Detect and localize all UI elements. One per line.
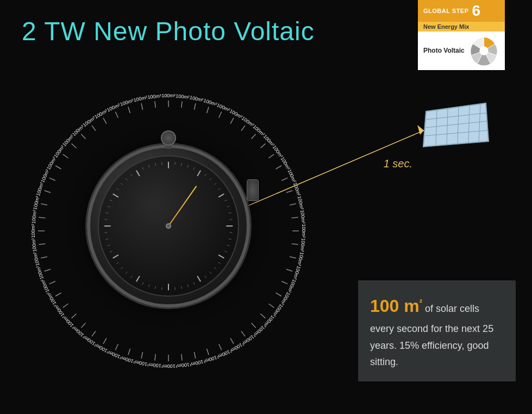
svg-text:100m²: 100m² [241,334,255,347]
svg-line-156 [230,233,233,233]
svg-text:100m²: 100m² [93,342,108,354]
svg-line-179 [116,262,118,264]
svg-text:100m²: 100m² [292,181,302,196]
svg-text:100m²: 100m² [119,355,134,364]
badge-number: 6 [472,3,481,18]
svg-line-119 [49,178,55,180]
info-box: 100 m² of solar cells every second for t… [358,280,516,381]
svg-line-148 [214,183,216,185]
svg-line-101 [55,293,61,296]
svg-line-59 [281,281,287,284]
svg-line-127 [81,134,85,139]
svg-line-151 [224,200,227,201]
svg-line-91 [103,338,107,343]
svg-line-137 [141,103,142,110]
svg-line-73 [219,344,222,350]
svg-line-152 [227,206,230,207]
watch-face [98,155,239,297]
svg-line-165 [197,276,201,281]
svg-line-105 [45,269,51,271]
side-button [247,179,259,201]
svg-line-160 [218,255,224,258]
svg-line-181 [110,251,112,252]
svg-line-79 [181,354,182,361]
badge-label: Photo Voltaic [423,47,465,55]
svg-line-161 [218,262,221,264]
svg-line-150 [218,194,224,197]
svg-text:100m²: 100m² [229,342,243,354]
svg-line-182 [108,245,110,246]
svg-line-176 [131,276,133,278]
svg-text:100m²: 100m² [297,196,305,210]
svg-text:100m²: 100m² [30,210,37,224]
svg-text:100m²: 100m² [30,238,37,252]
svg-line-173 [148,285,149,287]
svg-line-164 [205,276,206,278]
svg-text:100m²: 100m² [203,98,217,107]
svg-text:100m²: 100m² [216,102,230,113]
svg-line-75 [206,349,209,355]
svg-line-199 [162,162,162,165]
badge-subtitle: New Energy Mix [418,22,505,32]
svg-line-29 [219,112,222,118]
svg-text:100m²: 100m² [106,349,121,360]
svg-line-37 [260,143,265,148]
svg-line-27 [206,107,209,113]
svg-text:100m²: 100m² [299,210,306,224]
svg-line-198 [155,163,155,166]
svg-text:100m²: 100m² [106,102,121,113]
svg-text:100m²: 100m² [176,93,190,100]
svg-line-168 [181,286,182,289]
svg-text:100m²: 100m² [53,303,65,318]
svg-text:100m²: 100m² [189,359,204,367]
svg-text:100m²: 100m² [189,95,204,103]
svg-line-180 [113,255,118,258]
svg-line-77 [194,352,195,359]
svg-line-190 [113,194,118,197]
svg-line-107 [41,256,47,258]
svg-line-153 [229,212,231,213]
svg-line-47 [290,204,296,205]
svg-line-115 [41,204,47,205]
svg-line-162 [214,267,216,269]
svg-line-87 [128,349,130,355]
svg-line-177 [126,272,127,274]
svg-line-31 [230,118,234,123]
global-step-badge: GLOBAL STEP 6 New Energy Mix Photo Volta… [418,0,505,70]
svg-text:100m²: 100m² [280,156,291,171]
svg-text:100m²: 100m² [32,252,40,266]
badge-prefix: GLOBAL STEP [423,8,469,14]
svg-line-67 [252,323,256,328]
svg-text:100m²: 100m² [292,265,302,280]
svg-text:100m²: 100m² [161,363,176,369]
svg-line-141 [175,162,176,165]
svg-line-193 [126,178,127,180]
svg-line-158 [227,245,230,246]
svg-line-145 [197,171,201,176]
svg-line-189 [110,200,112,201]
svg-line-65 [260,314,265,318]
svg-line-55 [290,256,296,258]
svg-line-163 [210,272,211,274]
svg-line-191 [116,189,118,190]
badge-body: Photo Voltaic [418,32,505,70]
svg-text:100m²: 100m² [147,93,161,100]
svg-line-43 [281,178,287,180]
svg-line-146 [205,174,206,176]
svg-line-166 [193,282,195,284]
svg-text:100m²: 100m² [40,168,51,183]
svg-text:100m²: 100m² [30,224,36,238]
svg-line-97 [72,314,77,318]
svg-line-142 [181,163,182,166]
svg-line-183 [105,239,108,240]
svg-line-57 [286,269,292,271]
svg-text:100m²: 100m² [161,93,176,98]
svg-text:100m²: 100m² [32,196,40,210]
svg-line-154 [230,219,233,220]
svg-line-35 [252,134,256,139]
svg-line-174 [142,282,143,284]
svg-line-195 [136,171,140,176]
pie-chart [469,36,499,66]
svg-line-188 [108,206,110,207]
svg-line-149 [218,189,221,190]
